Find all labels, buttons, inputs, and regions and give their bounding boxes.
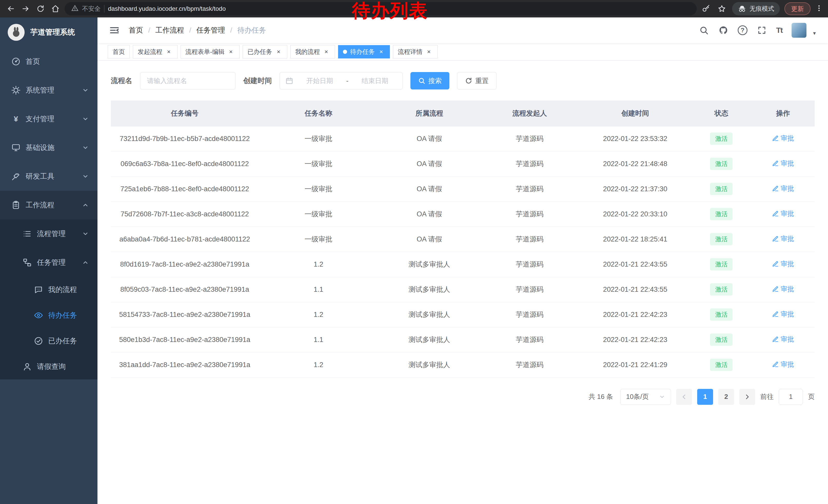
approve-link[interactable]: 审批 — [772, 234, 794, 243]
tab-close-icon[interactable]: × — [275, 48, 282, 56]
tab-close-icon[interactable]: × — [227, 48, 235, 56]
approve-link[interactable]: 审批 — [772, 209, 794, 218]
refresh-icon — [465, 77, 472, 84]
cell-initiator: 芋道源码 — [481, 302, 579, 327]
github-icon[interactable] — [718, 25, 729, 35]
status-badge: 激活 — [710, 283, 733, 295]
monitor-icon — [11, 143, 20, 152]
cell-task-id: 73211d9d-7b9b-11ec-b5b7-acde48001122 — [111, 126, 258, 151]
approve-link[interactable]: 审批 — [772, 184, 794, 193]
browser-toolbar: 不安全 dashboard.yudao.iocoder.cn/bpm/task/… — [0, 0, 828, 17]
cell-process: 测试多审批人 — [378, 277, 481, 302]
sidebar-item-my-process[interactable]: 我的流程 — [0, 277, 97, 303]
sidebar-collapse-icon[interactable] — [109, 25, 120, 36]
cell-created-time: 2022-01-21 22:43:55 — [579, 252, 692, 277]
cell-task-name: 一级审批 — [258, 227, 378, 252]
approve-link[interactable]: 审批 — [772, 335, 794, 344]
sidebar-item-system[interactable]: 系统管理 — [0, 76, 97, 104]
sidebar-item-devtools[interactable]: 研发工具 — [0, 162, 97, 191]
update-button[interactable]: 更新 — [784, 2, 811, 15]
page-size-select[interactable]: 10条/页 — [620, 389, 671, 405]
tab-close-icon[interactable]: × — [425, 48, 433, 56]
breadcrumb-item[interactable]: 工作流程 — [156, 26, 184, 35]
task-table: 任务编号 任务名称 所属流程 流程发起人 创建时间 状态 操作 73211 — [111, 100, 815, 378]
breadcrumb-item[interactable]: 任务管理 — [197, 26, 225, 35]
prev-page-button[interactable] — [676, 389, 692, 405]
reset-button[interactable]: 重置 — [457, 72, 497, 89]
cell-action: 审批 — [751, 201, 815, 227]
text-size-icon[interactable]: Tt — [776, 26, 782, 35]
tab-close-icon[interactable]: × — [377, 48, 385, 56]
browser-menu-icon[interactable] — [815, 4, 823, 13]
tab-label: 首页 — [113, 48, 125, 56]
process-name-input[interactable] — [140, 72, 236, 89]
security-label: 不安全 — [82, 5, 100, 13]
cell-process: OA 请假 — [378, 126, 481, 151]
cell-task-name: 一级审批 — [258, 201, 378, 227]
cell-task-name: 1.2 — [258, 352, 378, 377]
chevron-down-icon — [82, 144, 89, 151]
cell-initiator: 芋道源码 — [481, 151, 579, 176]
cell-initiator: 芋道源码 — [481, 277, 579, 302]
back-icon[interactable] — [5, 3, 16, 14]
sidebar-item-infra[interactable]: 基础设施 — [0, 133, 97, 162]
cell-task-name: 一级审批 — [258, 176, 378, 201]
key-icon[interactable] — [700, 3, 711, 14]
cell-process: OA 请假 — [378, 151, 481, 176]
breadcrumb-item[interactable]: 首页 — [129, 26, 143, 35]
approve-link[interactable]: 审批 — [772, 159, 794, 168]
approve-link[interactable]: 审批 — [772, 310, 794, 319]
sidebar-item-done-tasks[interactable]: 已办任务 — [0, 328, 97, 354]
cell-action: 审批 — [751, 151, 815, 176]
cell-initiator: 芋道源码 — [481, 201, 579, 227]
app-logo[interactable]: 芋道管理系统 — [0, 17, 97, 47]
tab[interactable]: 已办任务 × — [243, 45, 287, 58]
sidebar-item-process-mgmt[interactable]: 流程管理 — [0, 220, 97, 248]
sidebar-item-home[interactable]: 首页 — [0, 47, 97, 76]
sidebar-item-task-mgmt[interactable]: 任务管理 — [0, 248, 97, 277]
tab[interactable]: 首页 × — [108, 45, 130, 58]
approve-link[interactable]: 审批 — [772, 134, 794, 143]
status-badge: 激活 — [710, 208, 733, 220]
edit-icon — [772, 336, 779, 343]
dashboard-icon — [11, 57, 20, 66]
page-content: 流程名 创建时间 开始日期 - 结束日期 搜索 重 — [97, 60, 828, 504]
tab-label: 发起流程 — [138, 48, 162, 56]
sidebar-item-payment[interactable]: ¥ 支付管理 — [0, 104, 97, 133]
next-page-button[interactable] — [739, 389, 755, 405]
avatar-caret-icon[interactable]: ▼ — [812, 31, 817, 38]
date-range-picker[interactable]: 开始日期 - 结束日期 — [280, 72, 403, 89]
page-number-button[interactable]: 2 — [718, 389, 734, 405]
search-button[interactable]: 搜索 — [410, 72, 449, 89]
address-bar[interactable]: 不安全 dashboard.yudao.iocoder.cn/bpm/task/… — [65, 2, 697, 15]
sidebar-item-leave-query[interactable]: 请假查询 — [0, 354, 97, 379]
tab[interactable]: 发起流程 × — [133, 45, 177, 58]
sidebar-item-workflow[interactable]: 工作流程 — [0, 191, 97, 220]
page-number-button[interactable]: 1 — [697, 389, 713, 405]
column-header-task-id: 任务编号 — [111, 100, 258, 126]
avatar[interactable] — [792, 23, 806, 38]
cell-action: 审批 — [751, 252, 815, 277]
tab[interactable]: 流程表单-编辑 × — [180, 45, 240, 58]
cell-initiator: 芋道源码 — [481, 252, 579, 277]
cell-action: 审批 — [751, 126, 815, 151]
tab[interactable]: 流程详情 × — [393, 45, 438, 58]
tab-close-icon[interactable]: × — [322, 48, 330, 56]
sidebar-item-todo-tasks[interactable]: 待办任务 — [0, 303, 97, 328]
help-icon[interactable]: ? — [738, 26, 747, 35]
bookmark-star-icon[interactable] — [716, 3, 728, 14]
fullscreen-icon[interactable] — [757, 25, 767, 35]
approve-link[interactable]: 审批 — [772, 284, 794, 293]
forward-icon[interactable] — [20, 3, 31, 14]
cell-initiator: 芋道源码 — [481, 327, 579, 352]
approve-link[interactable]: 审批 — [772, 360, 794, 369]
home-icon[interactable] — [50, 3, 61, 14]
pagination-total: 共 16 条 — [589, 392, 613, 401]
search-icon[interactable] — [699, 25, 709, 35]
reload-icon[interactable] — [35, 3, 46, 14]
tab-close-icon[interactable]: × — [165, 48, 173, 56]
tab[interactable]: 待办任务 × — [338, 45, 390, 58]
tab[interactable]: 我的流程 × — [290, 45, 335, 58]
goto-page-input[interactable] — [779, 389, 803, 405]
approve-link[interactable]: 审批 — [772, 260, 794, 268]
